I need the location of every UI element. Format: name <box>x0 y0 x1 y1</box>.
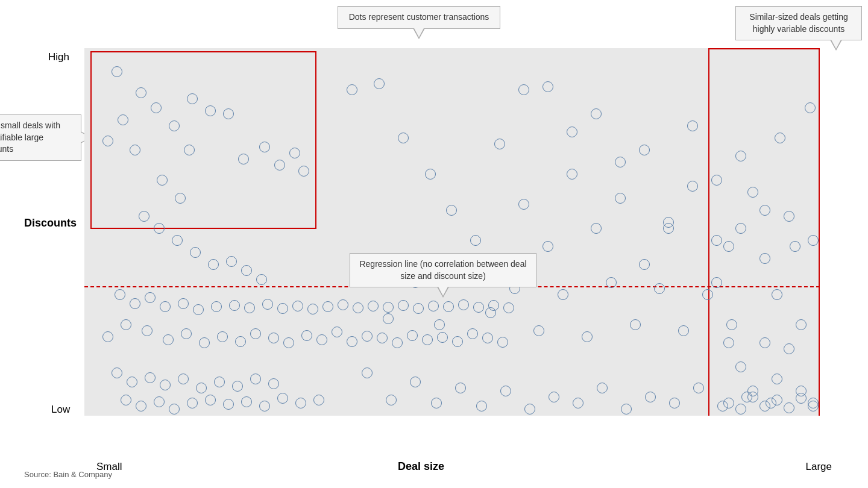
transaction-dot <box>301 330 312 341</box>
transaction-dot <box>726 319 737 330</box>
transaction-dot <box>591 223 602 234</box>
transaction-dot <box>500 386 511 396</box>
transaction-dot <box>184 145 195 155</box>
transaction-dot <box>693 383 704 393</box>
transaction-dot <box>518 84 529 95</box>
transaction-dot <box>214 377 225 387</box>
transaction-dot <box>353 302 363 313</box>
transaction-dot <box>582 331 593 342</box>
transaction-dot <box>784 402 794 413</box>
transaction-dot <box>169 120 180 131</box>
transaction-dot <box>181 328 192 339</box>
transaction-dot <box>476 401 487 411</box>
transaction-dot <box>136 401 146 411</box>
transaction-dot <box>678 325 689 336</box>
transaction-dot <box>232 381 243 392</box>
transaction-dot <box>112 66 122 77</box>
arrow-down-icon <box>413 28 425 39</box>
transaction-dot <box>102 136 113 146</box>
transaction-dot <box>654 283 665 294</box>
transaction-dot <box>383 302 394 313</box>
transaction-dot <box>187 93 198 104</box>
transaction-dot <box>274 160 285 170</box>
transaction-dot <box>142 325 153 336</box>
transaction-dot <box>115 289 125 300</box>
transaction-dot <box>431 398 442 408</box>
transaction-dot <box>208 259 219 270</box>
transaction-dot <box>169 404 180 414</box>
callout-variable-discounts: Similar-sized deals getting highly varia… <box>735 6 862 40</box>
transaction-dot <box>223 108 234 119</box>
transaction-dot <box>199 337 210 348</box>
transaction-dot <box>316 334 327 345</box>
highlight-rect-right <box>708 48 820 416</box>
transaction-dot <box>784 343 794 354</box>
transaction-dot <box>121 319 131 330</box>
transaction-dot <box>136 87 146 98</box>
transaction-dot <box>542 241 553 252</box>
transaction-dot <box>392 337 403 348</box>
transaction-dot <box>482 333 493 343</box>
transaction-dot <box>292 301 303 311</box>
transaction-dot <box>639 259 650 270</box>
transaction-dot <box>259 142 270 152</box>
transaction-dot <box>452 336 463 347</box>
transaction-dot <box>377 333 388 343</box>
transaction-dot <box>747 392 758 402</box>
transaction-dot <box>250 328 261 339</box>
transaction-dot <box>723 337 734 348</box>
source-text: Source: Bain & Company <box>24 470 112 479</box>
transaction-dot <box>413 303 424 314</box>
transaction-dot <box>775 133 785 143</box>
chart-area <box>84 48 820 416</box>
transaction-dot <box>747 187 758 198</box>
arrow-down-regression-icon <box>437 287 449 298</box>
transaction-dot <box>283 337 294 348</box>
transaction-dot <box>386 395 397 405</box>
transaction-dot <box>470 235 481 246</box>
transaction-dot <box>160 301 171 312</box>
transaction-dot <box>772 374 782 384</box>
transaction-dot <box>591 108 602 119</box>
transaction-dot <box>458 299 469 310</box>
transaction-dot <box>524 404 535 414</box>
transaction-dot <box>422 334 433 345</box>
transaction-dot <box>238 154 249 164</box>
transaction-dot <box>558 289 568 300</box>
y-axis-low: Low <box>51 404 70 416</box>
transaction-dot <box>362 368 373 378</box>
transaction-dot <box>244 302 255 313</box>
transaction-dot <box>151 102 162 113</box>
transaction-dot <box>455 383 466 393</box>
transaction-dot <box>118 114 128 125</box>
transaction-dot <box>621 404 632 414</box>
transaction-dot <box>268 333 279 343</box>
transaction-dot <box>205 105 216 116</box>
transaction-dot <box>533 325 544 336</box>
transaction-dot <box>398 300 409 311</box>
transaction-dot <box>687 181 698 192</box>
transaction-dot <box>735 151 746 161</box>
transaction-dot <box>127 377 137 387</box>
transaction-dot <box>772 289 782 300</box>
transaction-dot <box>298 166 309 177</box>
transaction-dot <box>467 328 478 339</box>
transaction-dot <box>295 398 306 408</box>
transaction-dot <box>473 302 484 313</box>
transaction-dot <box>154 396 165 407</box>
transaction-dot <box>145 372 156 383</box>
transaction-dot <box>573 398 583 408</box>
transaction-dot <box>277 393 288 404</box>
transaction-dot <box>307 304 318 314</box>
transaction-dot <box>217 331 228 342</box>
transaction-dot <box>250 374 261 384</box>
transaction-dot <box>735 404 746 414</box>
transaction-dot <box>446 205 457 216</box>
arrow-down-right-icon <box>830 40 842 51</box>
transaction-dot <box>347 336 357 347</box>
transaction-dot <box>567 169 577 180</box>
y-axis-high: High <box>48 51 69 63</box>
transaction-dot <box>374 78 385 89</box>
callout-small-deals: Many small deals with unjustifiable larg… <box>0 114 81 161</box>
transaction-dot <box>157 175 168 186</box>
